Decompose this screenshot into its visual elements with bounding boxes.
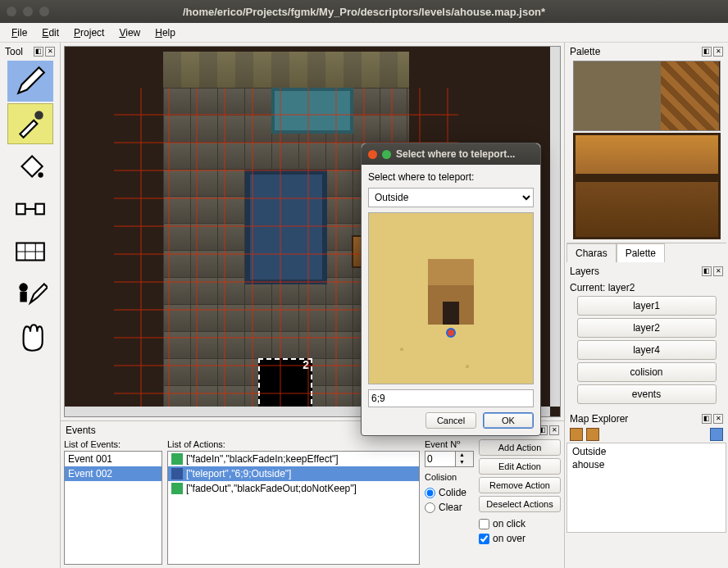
menu-project[interactable]: Project — [67, 25, 111, 41]
tab-charas[interactable]: Charas — [566, 243, 617, 262]
event-num-input[interactable] — [425, 452, 455, 466]
layer-btn-colision[interactable]: colision — [577, 362, 717, 382]
menu-view[interactable]: View — [112, 25, 147, 41]
explorer-house-icon[interactable] — [570, 428, 583, 441]
event-num-label: Event Nº — [425, 439, 474, 449]
action-row-1[interactable]: ["teleport","6;9;Outside"] — [168, 466, 419, 481]
layer-btn-layer4[interactable]: layer4 — [577, 340, 717, 360]
menu-file[interactable]: File — [5, 25, 34, 41]
svg-rect-3 — [16, 204, 25, 215]
explorer-gear-icon[interactable] — [710, 428, 723, 441]
event-marker-2: 2 — [303, 358, 309, 371]
spinner-up-icon[interactable]: ▲ — [455, 452, 468, 459]
svg-rect-4 — [35, 204, 44, 215]
dialog-title: Select where to teleport... — [396, 148, 515, 160]
deselect-actions-button[interactable]: Deselect Actions — [479, 496, 561, 512]
layers-current-label: Current: layer2 — [570, 282, 723, 293]
dialog-min-icon[interactable] — [382, 150, 391, 159]
action-row-2[interactable]: ["fadeOut","blackFadeOut;doNotKeep"] — [168, 481, 419, 496]
panel-undock-icon[interactable]: ◧ — [34, 47, 43, 57]
svg-rect-11 — [20, 292, 26, 302]
list-actions-label: List of Actions: — [167, 439, 420, 449]
svg-point-2 — [38, 172, 43, 177]
dialog-close-icon[interactable] — [368, 150, 377, 159]
events-panel: Events ◧ ✕ List of Events: Event 001 Eve… — [61, 420, 564, 568]
events-title: Events — [66, 425, 96, 436]
radio-colide[interactable]: Colide — [425, 487, 474, 498]
layer-btn-events[interactable]: events — [577, 384, 717, 404]
spinner-down-icon[interactable]: ▼ — [455, 459, 468, 466]
action-teleport-icon — [171, 468, 183, 479]
check-onover[interactable]: on over — [479, 533, 561, 544]
tool-pan[interactable] — [7, 316, 53, 357]
tool-dropper[interactable] — [7, 103, 53, 144]
explorer-item-ahouse[interactable]: ahouse — [569, 458, 724, 471]
tool-panel: Tool ◧ ✕ — [0, 43, 61, 568]
teleport-dialog: Select where to teleport... Select where… — [361, 143, 541, 436]
list-events-label: List of Events: — [64, 439, 162, 449]
tool-pen[interactable] — [7, 61, 53, 102]
action-fadeout-icon — [171, 483, 183, 494]
explorer-item-outside[interactable]: Outside — [569, 445, 724, 458]
events-close-icon[interactable]: ✕ — [549, 425, 559, 435]
palette-title: Palette — [570, 46, 600, 57]
events-list[interactable]: Event 001 Event 002 — [64, 451, 162, 565]
layers-close-icon[interactable]: ✕ — [713, 266, 723, 276]
tool-panel-title: Tool — [5, 46, 23, 57]
tab-palette[interactable]: Palette — [617, 243, 665, 262]
dialog-label: Select where to teleport: — [368, 171, 534, 183]
canvas-scroll-v[interactable] — [550, 47, 560, 407]
layers-title: Layers — [570, 266, 599, 277]
edit-action-button[interactable]: Edit Action — [479, 458, 561, 475]
teleport-coord-input[interactable] — [368, 389, 534, 407]
colision-label: Colision — [425, 472, 474, 482]
window-title: /home/erico/Projects/fgmk/My_Pro/descrip… — [0, 6, 728, 18]
explorer-undock-icon[interactable]: ◧ — [702, 414, 712, 424]
check-onclick[interactable]: on click — [479, 518, 561, 529]
menu-edit[interactable]: Edit — [35, 25, 66, 41]
menu-help[interactable]: Help — [148, 25, 182, 41]
teleport-marker-icon — [446, 328, 456, 338]
svg-point-1 — [34, 111, 43, 120]
tool-bucket[interactable] — [7, 146, 53, 187]
dialog-ok-button[interactable]: OK — [483, 412, 534, 429]
remove-action-button[interactable]: Remove Action — [479, 477, 561, 493]
palette-panel: Palette ◧ ✕ Charas Palette — [566, 44, 726, 262]
actions-list[interactable]: ["fadeIn","blackFadeIn;keepEffect"] ["te… — [167, 451, 420, 565]
svg-point-10 — [19, 283, 27, 292]
add-action-button[interactable]: Add Action — [479, 439, 561, 456]
tileset-preview[interactable] — [573, 61, 721, 131]
explorer-list[interactable]: Outside ahouse — [566, 443, 726, 533]
event-row-002[interactable]: Event 002 — [65, 466, 162, 481]
event-num-spinner[interactable]: ▲▼ — [425, 451, 474, 467]
layers-panel: Layers ◧ ✕ Current: layer2 layer1 layer2… — [566, 264, 726, 410]
explorer-close-icon[interactable]: ✕ — [713, 414, 723, 424]
tile-preview-chest[interactable] — [573, 133, 721, 239]
map-explorer-title: Map Explorer — [570, 413, 628, 425]
teleport-preview[interactable] — [368, 212, 534, 384]
dialog-cancel-button[interactable]: Cancel — [425, 412, 476, 429]
svg-marker-0 — [18, 67, 44, 93]
radio-clear[interactable]: Clear — [425, 502, 474, 513]
action-fade-icon — [171, 453, 183, 465]
layer-btn-layer1[interactable]: layer1 — [577, 296, 717, 316]
layer-btn-layer2[interactable]: layer2 — [577, 318, 717, 338]
tool-line[interactable] — [7, 189, 53, 229]
svg-marker-12 — [30, 284, 48, 302]
layers-undock-icon[interactable]: ◧ — [702, 266, 712, 276]
palette-undock-icon[interactable]: ◧ — [702, 47, 712, 57]
map-explorer-panel: Map Explorer ◧ ✕ Outside ahouse — [566, 411, 726, 566]
panel-close-icon[interactable]: ✕ — [45, 47, 55, 57]
window-titlebar: /home/erico/Projects/fgmk/My_Pro/descrip… — [0, 0, 728, 23]
event-row-001[interactable]: Event 001 — [65, 452, 162, 466]
palette-close-icon[interactable]: ✕ — [713, 47, 723, 57]
action-row-0[interactable]: ["fadeIn","blackFadeIn;keepEffect"] — [168, 452, 419, 466]
tool-rect[interactable] — [7, 231, 53, 272]
explorer-house2-icon[interactable] — [586, 428, 599, 441]
teleport-map-select[interactable]: Outside — [368, 188, 534, 207]
tool-chara-pen[interactable] — [7, 274, 53, 315]
menubar: File Edit Project View Help — [0, 23, 728, 43]
